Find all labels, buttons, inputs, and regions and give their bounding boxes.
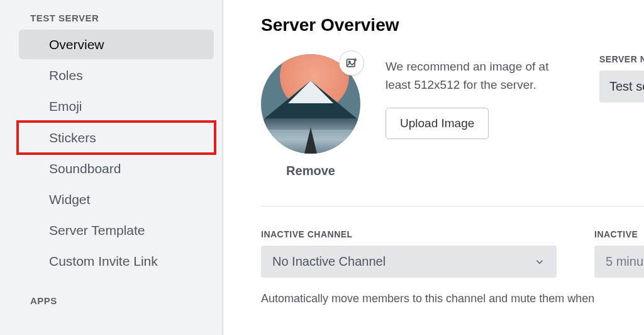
sidebar-item-label: Emoji xyxy=(49,99,82,113)
inactive-timeout-label: INACTIVE xyxy=(594,229,644,239)
server-avatar[interactable] xyxy=(261,54,360,154)
sidebar-item-soundboard[interactable]: Soundboard xyxy=(19,154,214,183)
inactive-help-text: Automatically move members to this chann… xyxy=(261,290,644,307)
sidebar-item-stickers[interactable]: Stickers xyxy=(19,123,214,152)
server-name-input[interactable] xyxy=(599,71,644,103)
sidebar-item-label: Custom Invite Link xyxy=(49,254,158,268)
inactive-channel-value: No Inactive Channel xyxy=(272,254,386,269)
sidebar-item-label: Server Template xyxy=(49,223,145,237)
page-title: Server Overview xyxy=(261,15,644,35)
sidebar-item-label: Stickers xyxy=(49,130,96,145)
sidebar-item-widget[interactable]: Widget xyxy=(19,185,214,214)
sidebar-section-apps: APPS xyxy=(0,278,223,311)
highlight-box xyxy=(16,120,216,155)
settings-sidebar: TEST SERVER Overview Roles Emoji Sticker… xyxy=(0,0,223,335)
inactive-channel-select[interactable]: No Inactive Channel xyxy=(261,246,557,278)
sidebar-item-overview[interactable]: Overview xyxy=(19,30,214,59)
remove-image-link[interactable]: Remove xyxy=(286,164,335,178)
inactive-timeout-value: 5 minu xyxy=(606,254,643,269)
sidebar-item-label: Roles xyxy=(49,68,83,82)
sidebar-item-roles[interactable]: Roles xyxy=(19,60,214,90)
sidebar-item-emoji[interactable]: Emoji xyxy=(19,91,214,121)
inactive-channel-column: INACTIVE CHANNEL No Inactive Channel xyxy=(261,229,557,278)
upload-image-icon[interactable] xyxy=(339,50,364,76)
inactive-timeout-column: INACTIVE 5 minu xyxy=(594,229,644,278)
inactive-timeout-select[interactable]: 5 minu xyxy=(594,246,644,278)
server-avatar-column: Remove xyxy=(261,54,360,178)
server-name-column: SERVER N xyxy=(599,54,644,103)
image-size-hint: We recommend an image of at least 512x51… xyxy=(386,58,574,94)
sidebar-item-custom-invite-link[interactable]: Custom Invite Link xyxy=(19,246,214,276)
server-name-label: SERVER N xyxy=(599,54,644,64)
sidebar-item-server-template[interactable]: Server Template xyxy=(19,215,214,245)
divider xyxy=(261,206,644,207)
main-content: Server Overview xyxy=(223,0,644,335)
sidebar-item-label: Widget xyxy=(49,192,90,207)
sidebar-item-label: Overview xyxy=(49,37,104,52)
inactive-channel-label: INACTIVE CHANNEL xyxy=(261,229,557,239)
chevron-down-icon xyxy=(534,256,545,268)
app-root: TEST SERVER Overview Roles Emoji Sticker… xyxy=(0,0,644,335)
sidebar-header: TEST SERVER xyxy=(0,13,223,28)
image-description-column: We recommend an image of at least 512x51… xyxy=(386,54,574,139)
upload-image-button[interactable]: Upload Image xyxy=(386,108,489,139)
inactive-row: INACTIVE CHANNEL No Inactive Channel INA… xyxy=(261,229,644,278)
overview-row: Remove We recommend an image of at least… xyxy=(261,54,644,178)
sidebar-item-label: Soundboard xyxy=(49,161,121,176)
